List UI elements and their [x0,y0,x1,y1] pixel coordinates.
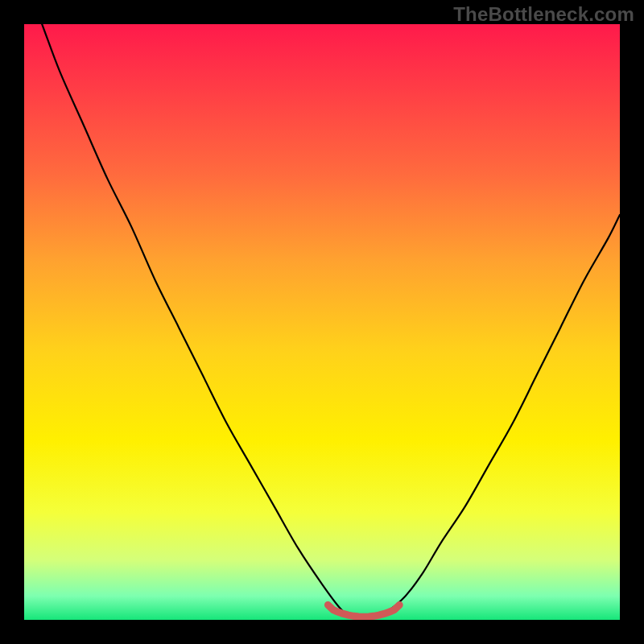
gradient-background [24,24,620,620]
chart-frame: TheBottleneck.com [0,0,644,644]
plot-area [24,24,620,620]
chart-svg [24,24,620,620]
watermark-text: TheBottleneck.com [453,3,634,26]
